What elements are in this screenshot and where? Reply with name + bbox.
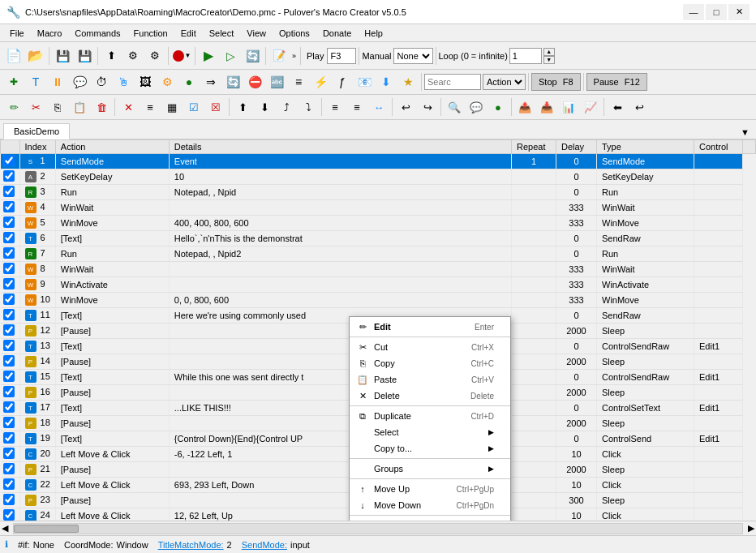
tb2-btn11[interactable]: 🔄 bbox=[222, 71, 243, 92]
edit-btn3[interactable]: ⎘ bbox=[47, 96, 68, 118]
tb2-btn12[interactable]: ⛔ bbox=[244, 71, 265, 92]
edit-btn6[interactable]: ✕ bbox=[118, 96, 139, 118]
close-button[interactable]: ✕ bbox=[728, 4, 750, 20]
row-checkbox[interactable] bbox=[3, 371, 15, 382]
context-menu-item[interactable]: Copy to... bbox=[350, 440, 510, 457]
edit-btn20[interactable]: 🔍 bbox=[444, 96, 465, 118]
edit-btn28[interactable]: ↩ bbox=[629, 96, 650, 118]
loop-input[interactable] bbox=[509, 48, 542, 64]
row-checkbox[interactable] bbox=[3, 247, 15, 259]
row-checkbox[interactable] bbox=[3, 201, 15, 212]
menu-function[interactable]: Function bbox=[127, 24, 174, 42]
tb2-btn9[interactable]: ● bbox=[178, 71, 200, 92]
context-menu-item[interactable]: ✂CutCtrl+X bbox=[350, 339, 510, 355]
menu-options[interactable]: Options bbox=[273, 24, 316, 42]
tb2-btn13[interactable]: 🔤 bbox=[266, 71, 287, 92]
table-row[interactable]: W 9WinActivate333WinActivate bbox=[1, 277, 756, 293]
table-row[interactable]: T 6[Text]Hello`,`n'nThis is the demonstr… bbox=[1, 231, 756, 246]
col-control[interactable]: Control bbox=[694, 140, 743, 154]
save-button[interactable]: 💾 bbox=[52, 45, 73, 66]
tb2-btn14[interactable]: ≡ bbox=[288, 71, 309, 92]
row-checkbox[interactable] bbox=[3, 278, 15, 289]
col-delay[interactable]: Delay bbox=[556, 140, 597, 154]
manual-select[interactable]: None bbox=[393, 48, 433, 64]
row-checkbox[interactable] bbox=[3, 509, 15, 521]
saveas-button[interactable]: 💾 bbox=[74, 45, 95, 66]
menu-file[interactable]: File bbox=[3, 24, 31, 42]
tab-expand[interactable]: ▼ bbox=[737, 126, 753, 139]
edit-btn8[interactable]: ▦ bbox=[161, 96, 183, 118]
menu-select[interactable]: Select bbox=[203, 24, 241, 42]
menu-macro[interactable]: Macro bbox=[31, 24, 69, 42]
table-row[interactable]: R 7RunNotepad, , Npid20Run bbox=[1, 246, 756, 262]
row-checkbox[interactable] bbox=[3, 463, 15, 474]
col-repeat[interactable]: Repeat bbox=[512, 140, 556, 154]
edit-btn2[interactable]: ✂ bbox=[25, 96, 46, 118]
edit-btn18[interactable]: ↩ bbox=[395, 96, 416, 118]
edit-btn22[interactable]: ● bbox=[488, 96, 509, 118]
menu-help[interactable]: Help bbox=[358, 24, 389, 42]
menu-commands[interactable]: Commands bbox=[68, 24, 127, 42]
row-checkbox[interactable] bbox=[3, 155, 15, 166]
row-checkbox[interactable] bbox=[3, 340, 15, 351]
context-menu-item[interactable]: ⧉DuplicateCtrl+D bbox=[350, 408, 510, 424]
row-checkbox[interactable] bbox=[3, 216, 15, 228]
settings2-button[interactable]: ⚙ bbox=[144, 45, 165, 66]
new-button[interactable]: 📄 bbox=[3, 45, 24, 66]
edit-btn4[interactable]: 📋 bbox=[69, 96, 90, 118]
search-type-select[interactable]: Action bbox=[483, 74, 526, 90]
row-checkbox[interactable] bbox=[3, 355, 15, 367]
tb2-btn4[interactable]: 💬 bbox=[69, 71, 90, 92]
import-button[interactable]: ⬆ bbox=[101, 45, 122, 66]
edit-btn21[interactable]: 💬 bbox=[466, 96, 487, 118]
table-row[interactable]: S 1SendModeEvent10SendMode bbox=[1, 154, 756, 169]
row-checkbox[interactable] bbox=[3, 294, 15, 305]
row-checkbox[interactable] bbox=[3, 232, 15, 243]
play-loop-button[interactable]: 🔄 bbox=[242, 45, 263, 66]
row-checkbox[interactable] bbox=[3, 386, 15, 397]
menu-view[interactable]: View bbox=[240, 24, 273, 42]
edit-btn5[interactable]: 🗑 bbox=[91, 96, 112, 118]
hscroll-track[interactable] bbox=[13, 523, 743, 534]
loop-up-button[interactable]: ▲ bbox=[543, 48, 555, 56]
col-type[interactable]: Type bbox=[597, 140, 694, 154]
tb2-btn5[interactable]: ⏱ bbox=[91, 71, 112, 92]
context-menu-item[interactable]: ↓Move DownCtrl+PgDn bbox=[350, 497, 510, 513]
col-index[interactable]: Index bbox=[19, 140, 55, 154]
tb2-btn10[interactable]: ⇒ bbox=[200, 71, 221, 92]
search-input[interactable] bbox=[424, 74, 481, 90]
row-checkbox[interactable] bbox=[3, 324, 15, 336]
context-menu-item[interactable]: ✏EditEnter bbox=[350, 319, 510, 335]
row-checkbox[interactable] bbox=[3, 186, 15, 197]
edit-btn10[interactable]: ☒ bbox=[205, 96, 226, 118]
toolbar-expand[interactable]: » bbox=[290, 52, 298, 60]
row-checkbox[interactable] bbox=[3, 263, 15, 274]
play-button[interactable]: ▶ bbox=[198, 45, 219, 66]
tb2-btn7[interactable]: 🖼 bbox=[135, 71, 156, 92]
edit-btn27[interactable]: ⬅ bbox=[607, 96, 628, 118]
context-menu-item[interactable]: ⎘CopyCtrl+C bbox=[350, 355, 510, 371]
context-menu-item[interactable]: ↑Move UpCtrl+PgUp bbox=[350, 481, 510, 497]
stop-button[interactable]: Stop F8 bbox=[531, 73, 581, 91]
edit-btn15[interactable]: ≡ bbox=[324, 96, 346, 118]
col-action[interactable]: Action bbox=[55, 140, 169, 154]
table-row[interactable]: R 3RunNotepad, , Npid0Run bbox=[1, 185, 756, 200]
maximize-button[interactable]: □ bbox=[706, 4, 727, 20]
edit-btn12[interactable]: ⬇ bbox=[254, 96, 275, 118]
edit-btn26[interactable]: 📈 bbox=[580, 96, 601, 118]
tb2-btn2[interactable]: T bbox=[25, 71, 46, 92]
edit-btn16[interactable]: ≡ bbox=[346, 96, 367, 118]
tb2-btn15[interactable]: ⚡ bbox=[310, 71, 331, 92]
tb2-btn17[interactable]: 📧 bbox=[354, 71, 375, 92]
tb2-btn1[interactable]: ✚ bbox=[3, 71, 24, 92]
row-checkbox[interactable] bbox=[3, 401, 15, 413]
row-checkbox[interactable] bbox=[3, 494, 15, 505]
row-checkbox[interactable] bbox=[3, 448, 15, 459]
row-checkbox[interactable] bbox=[3, 417, 15, 428]
script-button[interactable]: 📝 bbox=[268, 45, 290, 66]
row-checkbox[interactable] bbox=[3, 170, 15, 182]
table-row[interactable]: W 4WinWait333WinWait bbox=[1, 200, 756, 216]
context-menu-item[interactable]: Select bbox=[350, 424, 510, 440]
edit-btn13[interactable]: ⤴ bbox=[276, 96, 297, 118]
edit-btn11[interactable]: ⬆ bbox=[232, 96, 253, 118]
